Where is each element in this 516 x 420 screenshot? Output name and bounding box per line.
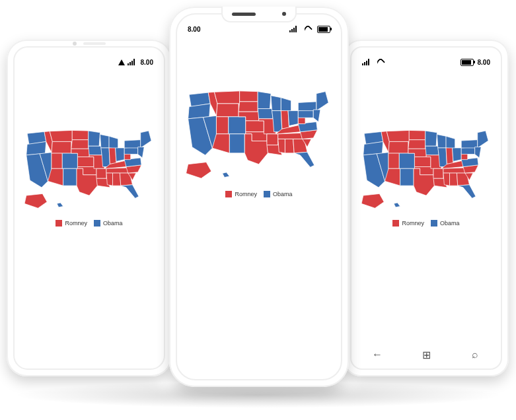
state-sd[interactable]: [71, 140, 89, 149]
state-al[interactable]: [112, 173, 120, 186]
battery-icon: [317, 26, 330, 33]
phone-android: 8.00: [7, 40, 172, 376]
signal-icon: [118, 59, 125, 65]
state-wy[interactable]: [52, 141, 71, 153]
legend-swatch-obama: [94, 220, 100, 227]
legend-label-b: Obama: [103, 220, 123, 227]
state-ms[interactable]: [106, 173, 113, 186]
state-mn[interactable]: [89, 131, 100, 146]
clock-label: 8.00: [478, 59, 490, 66]
phone-windows: 8.00 Romney Obama ← ⊞ ⌕: [344, 40, 509, 376]
state-mi[interactable]: [109, 136, 118, 149]
map-legend: Romney Obama: [225, 191, 292, 197]
cell-icon: [289, 26, 299, 32]
state-md-de-nj[interactable]: [138, 147, 145, 158]
cell-icon: [128, 59, 137, 65]
state-oh[interactable]: [115, 148, 124, 161]
state-tn[interactable]: [106, 168, 128, 173]
legend-label-a: Romney: [65, 220, 87, 227]
clock-label: 8.00: [141, 59, 153, 66]
cell-icon: [362, 59, 371, 65]
windows-status-bar: 8.00: [353, 55, 499, 69]
map-container: Romney Obama: [353, 128, 499, 227]
state-ut[interactable]: [52, 153, 62, 168]
state-mt[interactable]: [50, 130, 72, 141]
state-fl[interactable]: [121, 185, 139, 198]
legend-label-b: Obama: [440, 220, 460, 227]
back-button[interactable]: ←: [364, 349, 390, 361]
map-container: Romney Obama: [178, 88, 340, 197]
state-co[interactable]: [62, 153, 77, 168]
legend-label-a: Romney: [402, 220, 424, 227]
wifi-icon: [375, 59, 385, 65]
legend-swatch-romney: [55, 220, 62, 227]
windows-nav-bar: ← ⊞ ⌕: [353, 346, 499, 363]
iphone-screen: 8.00 Romney Obama: [178, 16, 340, 378]
wifi-icon: [303, 26, 312, 32]
us-election-map[interactable]: [359, 128, 494, 213]
android-status-bar: 8.00: [16, 55, 163, 69]
android-earpiece: [66, 41, 112, 46]
legend-romney: Romney: [55, 220, 87, 227]
phone-iphone: 8.00 Romney Obama: [169, 7, 349, 387]
state-ar[interactable]: [96, 168, 106, 178]
map-legend: Romney Obama: [55, 220, 122, 227]
android-screen: 8.00: [16, 49, 163, 367]
iphone-status-bar: 8.00: [178, 22, 340, 36]
legend-label-b: Obama: [273, 191, 293, 197]
state-wi[interactable]: [100, 135, 109, 148]
state-hi[interactable]: [57, 203, 63, 207]
clock-label: 8.00: [188, 26, 200, 33]
state-ny[interactable]: [124, 140, 141, 148]
us-election-map[interactable]: [183, 88, 334, 184]
home-button[interactable]: ⊞: [413, 349, 439, 361]
legend-obama: Obama: [94, 220, 123, 227]
state-in[interactable]: [109, 148, 116, 164]
state-ia[interactable]: [89, 146, 102, 155]
state-ak[interactable]: [24, 193, 47, 208]
iphone-notch: [221, 7, 297, 22]
state-nd[interactable]: [72, 130, 89, 139]
battery-icon: [461, 59, 474, 66]
search-button[interactable]: ⌕: [462, 349, 488, 361]
state-nm[interactable]: [63, 168, 77, 186]
state-new-england[interactable]: [141, 131, 151, 148]
state-ks[interactable]: [77, 157, 94, 167]
legend-label-a: Romney: [235, 191, 257, 197]
map-container: Romney Obama: [16, 128, 163, 227]
map-legend: Romney Obama: [392, 220, 459, 227]
us-election-map[interactable]: [22, 128, 157, 213]
windows-screen: 8.00 Romney Obama ← ⊞ ⌕: [353, 49, 499, 367]
